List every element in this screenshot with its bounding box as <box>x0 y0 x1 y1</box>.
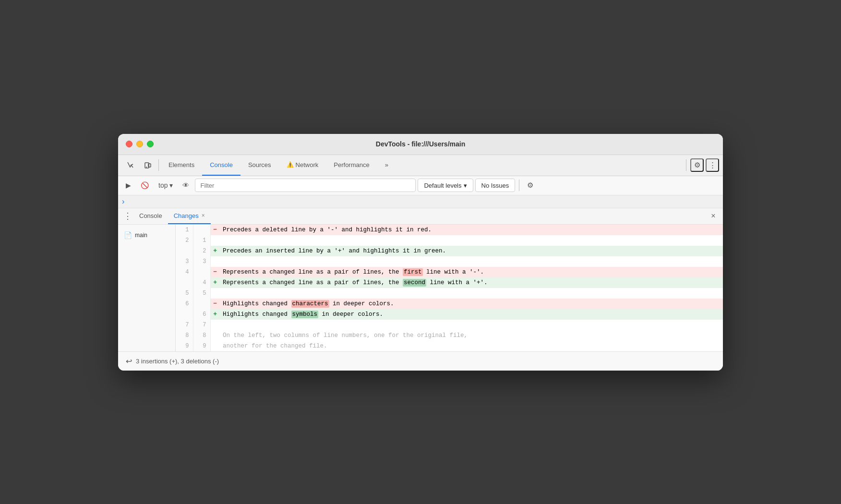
line-num-new-10: 7 <box>193 320 210 330</box>
diff-content-7 <box>220 288 723 299</box>
highlight-characters: characters <box>291 300 329 308</box>
line-num-old-7: 5 <box>176 288 193 299</box>
diff-summary: 3 insertions (+), 3 deletions (-) <box>136 358 219 365</box>
diff-row-7: 5 5 <box>176 288 723 299</box>
diff-row-6-inserted: 4 + Represents a changed line as a pair … <box>176 277 723 288</box>
line-num-old-9 <box>176 309 193 320</box>
run-icon: ▶ <box>126 181 131 189</box>
console-prompt-indicator: › <box>118 195 723 208</box>
diff-content-6: Represents a changed line as a pair of l… <box>220 277 723 288</box>
diff-sign-minus-1: − <box>210 225 220 235</box>
console-settings-button[interactable]: ⚙ <box>523 179 537 192</box>
minimize-button[interactable] <box>136 141 143 147</box>
tab-console[interactable]: Console <box>202 155 240 176</box>
line-num-new-9: 6 <box>193 309 210 320</box>
tab-performance[interactable]: Performance <box>326 155 377 176</box>
tab-console-panel[interactable]: Console <box>133 208 168 224</box>
eye-filter-button[interactable]: 👁 <box>179 179 193 192</box>
diff-row-2: 2 1 <box>176 235 723 246</box>
network-warning-icon: ⚠️ <box>287 161 294 168</box>
title-bar: DevTools - file:///Users/main <box>118 134 723 155</box>
default-levels-button[interactable]: Default levels ▾ <box>418 179 473 192</box>
highlight-second: second <box>403 279 426 287</box>
diff-content-2 <box>220 235 723 246</box>
panel-menu-button[interactable]: ⋮ <box>122 210 133 222</box>
line-num-old-11: 8 <box>176 330 193 341</box>
line-num-old-5: 4 <box>176 267 193 277</box>
tab-more[interactable]: » <box>377 155 396 176</box>
close-panel-button[interactable]: × <box>708 210 719 222</box>
diff-sign-10 <box>210 320 220 330</box>
toolbar-divider-1 <box>158 159 159 171</box>
sidebar-item-main[interactable]: 📄 main <box>118 228 175 242</box>
tab-changes-panel[interactable]: Changes × <box>168 208 211 224</box>
no-issues-button[interactable]: No Issues <box>475 179 516 192</box>
ban-icon: 🚫 <box>141 181 149 189</box>
diff-sign-12 <box>210 341 220 351</box>
run-script-button[interactable]: ▶ <box>122 179 135 192</box>
settings-button[interactable]: ⚙ <box>690 158 704 172</box>
tab-elements[interactable]: Elements <box>161 155 202 176</box>
diff-content-10 <box>220 320 723 330</box>
top-context-button[interactable]: top ▾ <box>155 179 177 192</box>
diff-sign-4 <box>210 256 220 267</box>
diff-table: 1 − Precedes a deleted line by a '-' and… <box>176 225 723 351</box>
diff-row-11: 8 8 On the left, two columns of line num… <box>176 330 723 341</box>
highlight-first: first <box>403 268 423 276</box>
line-num-old-3 <box>176 246 193 256</box>
diff-sign-minus-5: − <box>210 267 220 277</box>
svg-rect-1 <box>148 164 151 167</box>
panels-container: ⋮ Console Changes × × 📄 main <box>118 208 723 371</box>
window-title: DevTools - file:///Users/main <box>376 140 465 148</box>
panel-tabs-row: ⋮ Console Changes × × <box>118 208 723 225</box>
file-sidebar: 📄 main <box>118 225 176 351</box>
filter-input[interactable] <box>195 179 416 192</box>
tab-sources[interactable]: Sources <box>240 155 279 176</box>
diff-sign-plus-6: + <box>210 277 220 288</box>
line-num-old-1: 1 <box>176 225 193 235</box>
diff-row-12: 9 9 another for the changed file. <box>176 341 723 351</box>
clear-console-button[interactable]: 🚫 <box>137 179 153 192</box>
diff-row-1-deleted: 1 − Precedes a deleted line by a '-' and… <box>176 225 723 235</box>
line-num-old-12: 9 <box>176 341 193 351</box>
toolbar-right: ⚙ ⋮ <box>684 158 719 172</box>
inspect-element-button[interactable] <box>122 156 139 174</box>
line-num-old-10: 7 <box>176 320 193 330</box>
diff-content-11: On the left, two columns of line numbers… <box>220 330 723 341</box>
diff-content-8: Highlights changed characters in deeper … <box>220 299 723 309</box>
line-num-new-12: 9 <box>193 341 210 351</box>
line-num-new-8 <box>193 299 210 309</box>
diff-view[interactable]: 1 − Precedes a deleted line by a '-' and… <box>176 225 723 351</box>
diff-content-9: Highlights changed symbols in deeper col… <box>220 309 723 320</box>
diff-sign-2 <box>210 235 220 246</box>
line-num-old-6 <box>176 277 193 288</box>
line-num-new-7: 5 <box>193 288 210 299</box>
diff-content-5: Represents a changed line as a pair of l… <box>220 267 723 277</box>
line-num-new-5 <box>193 267 210 277</box>
line-num-new-6: 4 <box>193 277 210 288</box>
diff-content-12: another for the changed file. <box>220 341 723 351</box>
close-button[interactable] <box>126 141 132 147</box>
diff-sign-minus-8: − <box>210 299 220 309</box>
diff-row-8-deleted: 6 − Highlights changed characters in dee… <box>176 299 723 309</box>
console-toolbar: ▶ 🚫 top ▾ 👁 Default levels ▾ No Issues ⚙ <box>118 176 723 195</box>
diff-content-1: Precedes a deleted line by a '-' and hig… <box>220 225 723 235</box>
more-options-button[interactable]: ⋮ <box>706 158 719 172</box>
line-num-new-1 <box>193 225 210 235</box>
diff-row-10: 7 7 <box>176 320 723 330</box>
diff-footer: ↩ 3 insertions (+), 3 deletions (-) <box>118 351 723 371</box>
diff-content-4 <box>220 256 723 267</box>
diff-sign-7 <box>210 288 220 299</box>
revert-icon[interactable]: ↩ <box>126 357 132 366</box>
tab-network[interactable]: ⚠️ Network <box>279 155 326 176</box>
line-num-old-4: 3 <box>176 256 193 267</box>
diff-row-4: 3 3 <box>176 256 723 267</box>
close-changes-tab[interactable]: × <box>202 212 205 219</box>
maximize-button[interactable] <box>147 141 154 147</box>
device-toolbar-button[interactable] <box>139 156 156 174</box>
diff-sign-plus-9: + <box>210 309 220 320</box>
tab-navigation: Elements Console Sources ⚠️ Network Perf… <box>161 155 684 176</box>
dropdown-icon: ▾ <box>169 181 173 189</box>
line-num-old-2: 2 <box>176 235 193 246</box>
toolbar-divider-2 <box>686 159 686 171</box>
